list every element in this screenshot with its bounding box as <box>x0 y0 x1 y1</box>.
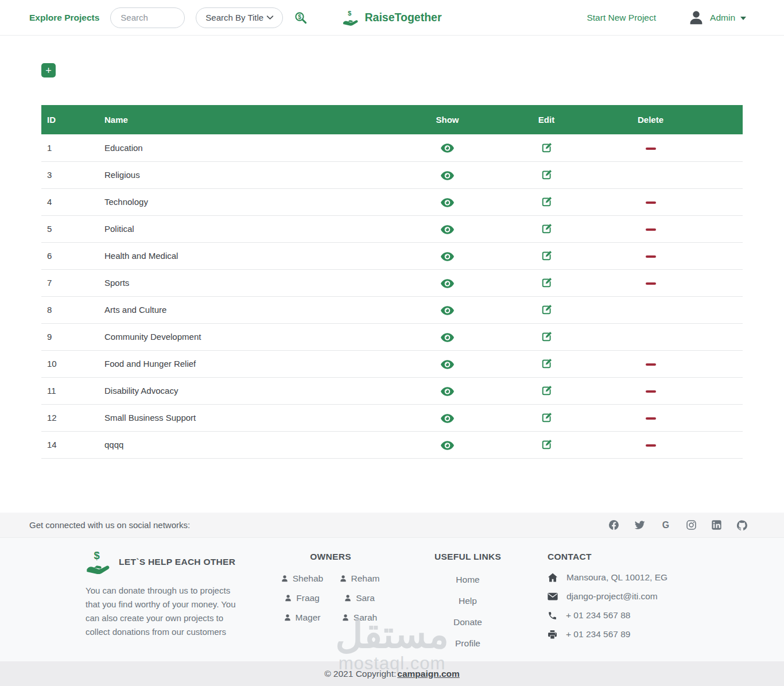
edit-pencil-square-icon <box>541 223 552 234</box>
about-heading: LET`S HELP EACH OTHER <box>119 557 235 567</box>
header-edit: Edit <box>498 105 595 134</box>
top-navbar: Explore Projects Search By Title $ $ Rai… <box>0 0 784 36</box>
cell-name: Disability Advocacy <box>99 377 397 404</box>
delete-dash-icon <box>646 201 656 204</box>
edit-button[interactable] <box>541 439 552 450</box>
person-icon <box>344 594 352 602</box>
delete-button[interactable] <box>646 390 656 393</box>
owner-name: Fraag <box>296 593 320 603</box>
show-button[interactable] <box>441 414 454 423</box>
nav-right-group: Start New Project Admin <box>587 9 746 26</box>
delete-button[interactable] <box>646 255 656 258</box>
edit-pencil-square-icon <box>541 304 552 315</box>
start-new-project-link[interactable]: Start New Project <box>587 13 656 23</box>
edit-button[interactable] <box>541 358 552 369</box>
show-button[interactable] <box>441 198 454 207</box>
cell-name: Religious <box>99 161 397 188</box>
page-footer: Get connected with us on social networks… <box>0 513 784 686</box>
delete-button[interactable] <box>646 201 656 204</box>
edit-button[interactable] <box>541 277 552 288</box>
edit-button[interactable] <box>541 250 552 261</box>
cell-id: 3 <box>41 161 99 188</box>
show-button[interactable] <box>441 333 454 342</box>
header-delete: Delete <box>595 105 743 134</box>
cell-id: 1 <box>41 134 99 161</box>
link-donate[interactable]: Donate <box>425 617 511 627</box>
facebook-icon[interactable] <box>609 520 619 530</box>
owner-item: Sara <box>331 593 388 603</box>
footer-owners-column: OWNERS Shehab Reham Fraag Sara Mager Sar… <box>273 547 388 661</box>
show-button[interactable] <box>441 144 454 153</box>
delete-button[interactable] <box>646 228 656 231</box>
edit-button[interactable] <box>541 223 552 234</box>
cell-id: 9 <box>41 323 99 350</box>
edit-pencil-square-icon <box>541 331 552 342</box>
show-button[interactable] <box>441 279 454 288</box>
contact-email: django-project@iti.com <box>566 591 658 602</box>
hand-holding-dollar-icon-large: $ <box>86 550 112 574</box>
person-icon <box>284 594 292 602</box>
show-button[interactable] <box>441 252 454 261</box>
delete-dash-icon <box>646 390 656 393</box>
envelope-icon <box>548 592 558 600</box>
brand-name: RaiseTogether <box>364 11 441 24</box>
delete-button[interactable] <box>646 282 656 285</box>
twitter-icon[interactable] <box>634 521 645 530</box>
contact-heading: CONTACT <box>548 552 672 562</box>
delete-button[interactable] <box>646 417 656 420</box>
cell-id: 12 <box>41 404 99 431</box>
search-input[interactable] <box>110 7 185 28</box>
show-button[interactable] <box>441 387 454 396</box>
show-button[interactable] <box>441 441 454 450</box>
owner-name: Mager <box>296 613 321 623</box>
admin-dropdown[interactable]: Admin <box>688 9 746 26</box>
google-icon[interactable]: G <box>661 520 671 530</box>
main-content: + ID Name Show Edit Delete 1 Education <box>0 36 784 513</box>
owner-item: Fraag <box>273 593 331 603</box>
edit-button[interactable] <box>541 385 552 396</box>
cell-id: 14 <box>41 431 99 458</box>
delete-button[interactable] <box>646 444 656 447</box>
hand-holding-dollar-icon: $ <box>342 10 359 26</box>
edit-pencil-square-icon <box>541 196 552 207</box>
delete-button[interactable] <box>646 363 656 366</box>
table-row: 3 Religious <box>41 161 743 188</box>
search-by-select[interactable]: Search By Title <box>196 7 283 28</box>
edit-pencil-square-icon <box>541 439 552 450</box>
svg-text:G: G <box>662 520 669 530</box>
link-home[interactable]: Home <box>425 575 511 585</box>
edit-button[interactable] <box>541 196 552 207</box>
add-category-button[interactable]: + <box>41 63 56 77</box>
show-button[interactable] <box>441 225 454 234</box>
search-dollar-icon[interactable]: $ <box>294 11 308 25</box>
show-button[interactable] <box>441 360 454 369</box>
brand-home-link[interactable]: $ RaiseTogether <box>342 10 441 26</box>
table-row: 8 Arts and Culture <box>41 296 743 323</box>
show-button[interactable] <box>441 171 454 180</box>
show-button[interactable] <box>441 306 454 315</box>
linkedin-icon[interactable] <box>712 520 721 530</box>
edit-button[interactable] <box>541 304 552 315</box>
contact-address-row: Mansoura, QL 10012, EG <box>548 572 672 583</box>
explore-projects-link[interactable]: Explore Projects <box>29 13 99 23</box>
link-profile[interactable]: Profile <box>425 638 511 649</box>
eye-icon <box>441 360 454 369</box>
delete-button[interactable] <box>646 148 656 150</box>
edit-button[interactable] <box>541 169 552 180</box>
table-row: 9 Community Development <box>41 323 743 350</box>
edit-pencil-square-icon <box>541 412 552 423</box>
cell-name: Small Business Support <box>99 404 397 431</box>
instagram-icon[interactable] <box>686 520 696 530</box>
delete-dash-icon <box>646 417 656 420</box>
link-help[interactable]: Help <box>425 596 511 606</box>
avatar-icon <box>688 9 705 26</box>
delete-dash-icon <box>646 255 656 258</box>
edit-button[interactable] <box>541 412 552 423</box>
edit-button[interactable] <box>541 142 552 153</box>
copyright-link[interactable]: campaign.com <box>397 669 460 679</box>
eye-icon <box>441 387 454 396</box>
edit-button[interactable] <box>541 331 552 342</box>
github-icon[interactable] <box>737 520 747 530</box>
contact-email-row: django-project@iti.com <box>548 591 672 602</box>
eye-icon <box>441 171 454 180</box>
